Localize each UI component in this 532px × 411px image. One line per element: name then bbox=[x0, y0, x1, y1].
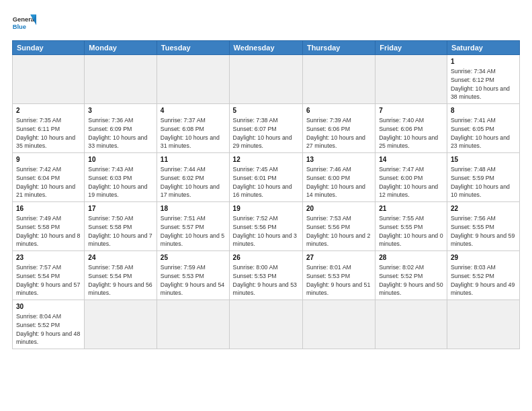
weekday-header-tuesday: Tuesday bbox=[157, 41, 229, 55]
calendar-cell: 5Sunrise: 7:38 AM Sunset: 6:07 PM Daylig… bbox=[229, 104, 302, 153]
calendar-cell: 10Sunrise: 7:43 AM Sunset: 6:03 PM Dayli… bbox=[85, 153, 157, 202]
day-number: 10 bbox=[88, 155, 153, 165]
page: General Blue SundayMondayTuesdayWednesda… bbox=[0, 0, 532, 411]
day-info: Sunrise: 7:49 AM Sunset: 5:58 PM Dayligh… bbox=[16, 214, 81, 248]
weekday-header-monday: Monday bbox=[85, 41, 157, 55]
day-number: 20 bbox=[306, 204, 371, 214]
day-number: 30 bbox=[16, 302, 81, 312]
calendar-cell: 25Sunrise: 7:59 AM Sunset: 5:53 PM Dayli… bbox=[157, 251, 229, 300]
day-number: 2 bbox=[16, 106, 81, 116]
day-info: Sunrise: 7:55 AM Sunset: 5:55 PM Dayligh… bbox=[379, 214, 443, 248]
day-info: Sunrise: 8:00 AM Sunset: 5:53 PM Dayligh… bbox=[233, 263, 299, 298]
calendar-cell: 1Sunrise: 7:34 AM Sunset: 6:12 PM Daylig… bbox=[447, 55, 519, 104]
day-info: Sunrise: 7:44 AM Sunset: 6:02 PM Dayligh… bbox=[161, 165, 226, 199]
calendar-week-row: 30Sunrise: 8:04 AM Sunset: 5:52 PM Dayli… bbox=[13, 300, 520, 349]
calendar-week-row: 23Sunrise: 7:57 AM Sunset: 5:54 PM Dayli… bbox=[13, 251, 520, 300]
day-number: 19 bbox=[233, 204, 299, 214]
day-number: 3 bbox=[88, 106, 153, 116]
calendar-week-row: 16Sunrise: 7:49 AM Sunset: 5:58 PM Dayli… bbox=[13, 202, 520, 251]
day-info: Sunrise: 7:57 AM Sunset: 5:54 PM Dayligh… bbox=[16, 263, 81, 298]
day-number: 7 bbox=[379, 106, 443, 116]
calendar-cell bbox=[85, 55, 157, 104]
day-number: 24 bbox=[88, 253, 153, 263]
svg-text:Blue: Blue bbox=[13, 24, 26, 30]
calendar-cell: 3Sunrise: 7:36 AM Sunset: 6:09 PM Daylig… bbox=[85, 104, 157, 153]
weekday-header-wednesday: Wednesday bbox=[229, 41, 302, 55]
weekday-header-row: SundayMondayTuesdayWednesdayThursdayFrid… bbox=[13, 41, 520, 55]
calendar-cell: 21Sunrise: 7:55 AM Sunset: 5:55 PM Dayli… bbox=[375, 202, 447, 251]
day-number: 8 bbox=[451, 106, 516, 116]
day-info: Sunrise: 7:52 AM Sunset: 5:56 PM Dayligh… bbox=[233, 214, 299, 248]
day-number: 23 bbox=[16, 253, 81, 263]
calendar-cell: 29Sunrise: 8:03 AM Sunset: 5:52 PM Dayli… bbox=[447, 251, 519, 300]
calendar-cell bbox=[375, 55, 447, 104]
day-info: Sunrise: 7:37 AM Sunset: 6:08 PM Dayligh… bbox=[161, 116, 226, 150]
logo: General Blue bbox=[12, 11, 36, 35]
calendar-cell: 9Sunrise: 7:42 AM Sunset: 6:04 PM Daylig… bbox=[13, 153, 85, 202]
day-info: Sunrise: 8:04 AM Sunset: 5:52 PM Dayligh… bbox=[16, 312, 81, 347]
calendar-cell bbox=[229, 300, 302, 349]
calendar-cell: 22Sunrise: 7:56 AM Sunset: 5:55 PM Dayli… bbox=[447, 202, 519, 251]
calendar-cell bbox=[229, 55, 302, 104]
day-number: 21 bbox=[379, 204, 443, 214]
day-info: Sunrise: 7:48 AM Sunset: 5:59 PM Dayligh… bbox=[451, 165, 516, 199]
day-info: Sunrise: 7:39 AM Sunset: 6:06 PM Dayligh… bbox=[306, 116, 371, 150]
calendar-cell: 14Sunrise: 7:47 AM Sunset: 6:00 PM Dayli… bbox=[375, 153, 447, 202]
calendar-cell: 26Sunrise: 8:00 AM Sunset: 5:53 PM Dayli… bbox=[229, 251, 302, 300]
day-info: Sunrise: 7:41 AM Sunset: 6:05 PM Dayligh… bbox=[451, 116, 516, 150]
calendar-table: SundayMondayTuesdayWednesdayThursdayFrid… bbox=[12, 40, 520, 349]
day-info: Sunrise: 7:50 AM Sunset: 5:58 PM Dayligh… bbox=[88, 214, 153, 248]
header: General Blue bbox=[12, 11, 520, 35]
calendar-cell: 19Sunrise: 7:52 AM Sunset: 5:56 PM Dayli… bbox=[229, 202, 302, 251]
calendar-week-row: 2Sunrise: 7:35 AM Sunset: 6:11 PM Daylig… bbox=[13, 104, 520, 153]
day-number: 29 bbox=[451, 253, 516, 263]
day-info: Sunrise: 7:42 AM Sunset: 6:04 PM Dayligh… bbox=[16, 165, 81, 199]
calendar-cell: 24Sunrise: 7:58 AM Sunset: 5:54 PM Dayli… bbox=[85, 251, 157, 300]
day-number: 28 bbox=[379, 253, 443, 263]
day-info: Sunrise: 7:36 AM Sunset: 6:09 PM Dayligh… bbox=[88, 116, 153, 150]
day-number: 15 bbox=[451, 155, 516, 165]
calendar-week-row: 9Sunrise: 7:42 AM Sunset: 6:04 PM Daylig… bbox=[13, 153, 520, 202]
day-info: Sunrise: 7:46 AM Sunset: 6:00 PM Dayligh… bbox=[306, 165, 371, 199]
calendar-cell: 17Sunrise: 7:50 AM Sunset: 5:58 PM Dayli… bbox=[85, 202, 157, 251]
calendar-cell: 27Sunrise: 8:01 AM Sunset: 5:53 PM Dayli… bbox=[302, 251, 375, 300]
day-number: 26 bbox=[233, 253, 299, 263]
day-number: 22 bbox=[451, 204, 516, 214]
day-info: Sunrise: 7:56 AM Sunset: 5:55 PM Dayligh… bbox=[451, 214, 516, 248]
calendar-cell bbox=[302, 300, 375, 349]
day-number: 12 bbox=[233, 155, 299, 165]
calendar-cell: 18Sunrise: 7:51 AM Sunset: 5:57 PM Dayli… bbox=[157, 202, 229, 251]
day-info: Sunrise: 7:59 AM Sunset: 5:53 PM Dayligh… bbox=[161, 263, 226, 298]
day-info: Sunrise: 7:38 AM Sunset: 6:07 PM Dayligh… bbox=[233, 116, 299, 150]
calendar-cell: 15Sunrise: 7:48 AM Sunset: 5:59 PM Dayli… bbox=[447, 153, 519, 202]
calendar-cell: 16Sunrise: 7:49 AM Sunset: 5:58 PM Dayli… bbox=[13, 202, 85, 251]
day-info: Sunrise: 7:53 AM Sunset: 5:56 PM Dayligh… bbox=[306, 214, 371, 248]
weekday-header-friday: Friday bbox=[375, 41, 447, 55]
weekday-header-sunday: Sunday bbox=[13, 41, 85, 55]
day-info: Sunrise: 7:47 AM Sunset: 6:00 PM Dayligh… bbox=[379, 165, 443, 199]
calendar-cell: 30Sunrise: 8:04 AM Sunset: 5:52 PM Dayli… bbox=[13, 300, 85, 349]
calendar-cell bbox=[157, 55, 229, 104]
day-number: 27 bbox=[306, 253, 371, 263]
day-info: Sunrise: 7:43 AM Sunset: 6:03 PM Dayligh… bbox=[88, 165, 153, 199]
day-number: 11 bbox=[161, 155, 226, 165]
calendar-cell: 7Sunrise: 7:40 AM Sunset: 6:06 PM Daylig… bbox=[375, 104, 447, 153]
weekday-header-saturday: Saturday bbox=[447, 41, 519, 55]
calendar-cell: 13Sunrise: 7:46 AM Sunset: 6:00 PM Dayli… bbox=[302, 153, 375, 202]
calendar-cell bbox=[157, 300, 229, 349]
calendar-cell: 11Sunrise: 7:44 AM Sunset: 6:02 PM Dayli… bbox=[157, 153, 229, 202]
day-number: 18 bbox=[161, 204, 226, 214]
day-number: 16 bbox=[16, 204, 81, 214]
calendar-cell: 12Sunrise: 7:45 AM Sunset: 6:01 PM Dayli… bbox=[229, 153, 302, 202]
day-number: 4 bbox=[161, 106, 226, 116]
day-number: 6 bbox=[306, 106, 371, 116]
day-info: Sunrise: 8:01 AM Sunset: 5:53 PM Dayligh… bbox=[306, 263, 371, 298]
weekday-header-thursday: Thursday bbox=[302, 41, 375, 55]
day-info: Sunrise: 7:58 AM Sunset: 5:54 PM Dayligh… bbox=[88, 263, 153, 298]
day-info: Sunrise: 7:34 AM Sunset: 6:12 PM Dayligh… bbox=[451, 67, 516, 101]
day-info: Sunrise: 7:35 AM Sunset: 6:11 PM Dayligh… bbox=[16, 116, 81, 150]
day-info: Sunrise: 7:45 AM Sunset: 6:01 PM Dayligh… bbox=[233, 165, 299, 199]
calendar-cell bbox=[375, 300, 447, 349]
calendar-cell: 23Sunrise: 7:57 AM Sunset: 5:54 PM Dayli… bbox=[13, 251, 85, 300]
day-number: 25 bbox=[161, 253, 226, 263]
